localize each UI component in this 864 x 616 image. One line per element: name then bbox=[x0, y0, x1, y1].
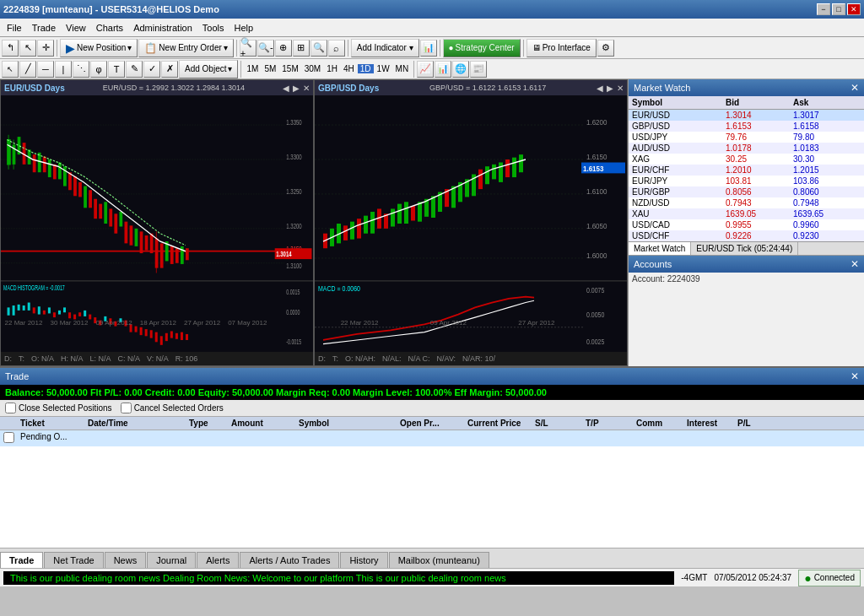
menu-administration[interactable]: Administration bbox=[128, 21, 197, 35]
gbpusd-close-btn[interactable]: ✕ bbox=[617, 84, 624, 93]
gbpusd-prev-btn[interactable]: ◀ bbox=[597, 84, 603, 93]
svg-rect-46 bbox=[160, 243, 164, 267]
eurusd-next-btn[interactable]: ▶ bbox=[293, 84, 300, 93]
tr-current bbox=[466, 432, 533, 445]
globe-icon[interactable]: 🌐 bbox=[452, 61, 469, 78]
crosshair-icon[interactable]: ✛ bbox=[37, 40, 54, 57]
tab-alerts[interactable]: Alerts bbox=[197, 552, 239, 568]
move-icon[interactable]: ⊕ bbox=[275, 40, 292, 57]
mw-row-AUDUSD[interactable]: AUD/USD 1.0178 1.0183 bbox=[629, 143, 864, 154]
tab-journal[interactable]: Journal bbox=[147, 552, 196, 568]
fit-icon[interactable]: ⊞ bbox=[293, 40, 310, 57]
menu-charts[interactable]: Charts bbox=[91, 21, 128, 35]
minimize-button[interactable]: − bbox=[817, 3, 830, 15]
hline-icon[interactable]: ─ bbox=[37, 61, 54, 78]
mw-row-NZDUSD[interactable]: NZD/USD 0.7943 0.7948 bbox=[629, 197, 864, 208]
mw-symbol: EUR/USD bbox=[632, 111, 726, 120]
trade-close[interactable]: ✕ bbox=[850, 370, 859, 382]
svg-text:1.6153: 1.6153 bbox=[583, 164, 604, 173]
menu-view[interactable]: View bbox=[61, 21, 91, 35]
tf-15m[interactable]: 15M bbox=[279, 64, 300, 73]
arrow-icon[interactable]: ↰ bbox=[2, 40, 19, 57]
search2-icon[interactable]: ⌕ bbox=[328, 40, 345, 57]
tab-alerts-auto[interactable]: Alerts / Auto Trades bbox=[240, 552, 339, 568]
tf-1d[interactable]: 1D bbox=[358, 64, 374, 73]
market-watch-close[interactable]: ✕ bbox=[850, 82, 859, 94]
mw-row-EURUSD[interactable]: EUR/USD 1.3014 1.3017 bbox=[629, 110, 864, 121]
mw-col-symbol: Symbol bbox=[632, 98, 726, 107]
new-position-button[interactable]: ▶ New Position ▾ bbox=[60, 39, 138, 57]
candle-icon[interactable]: 📈 bbox=[417, 61, 434, 78]
tf-1h[interactable]: 1H bbox=[324, 64, 340, 73]
settings-icon[interactable]: ⚙ bbox=[597, 40, 614, 57]
tf-1w[interactable]: 1W bbox=[375, 64, 392, 73]
svg-rect-138 bbox=[519, 154, 523, 172]
mw-row-EURJPY[interactable]: EUR/JPY 103.81 103.86 bbox=[629, 176, 864, 186]
tr-checkbox[interactable] bbox=[3, 432, 14, 443]
tab-news[interactable]: News bbox=[105, 552, 147, 568]
tab-trade[interactable]: Trade bbox=[0, 552, 43, 568]
add-indicator-button[interactable]: Add Indicator ▾ bbox=[351, 39, 419, 57]
text-icon[interactable]: T bbox=[108, 61, 125, 78]
news-icon[interactable]: 📰 bbox=[470, 61, 487, 78]
tf-4h[interactable]: 4H bbox=[341, 64, 357, 73]
cursor-icon[interactable]: ↖ bbox=[19, 40, 36, 57]
mw-tab-tick[interactable]: EUR/USD Tick (05:24:44) bbox=[691, 242, 798, 255]
svg-rect-41 bbox=[140, 231, 143, 253]
tf-30m[interactable]: 30M bbox=[302, 64, 323, 73]
add-object-button[interactable]: Add Object ▾ bbox=[179, 60, 238, 78]
mw-tab-watch[interactable]: Market Watch bbox=[629, 242, 691, 255]
gbpusd-chart-body[interactable]: 1.6200 1.6150 1.6153 1.6100 1.6050 1.600… bbox=[315, 95, 627, 352]
svg-rect-116 bbox=[370, 212, 375, 234]
strategy-center-button[interactable]: ● Strategy Center bbox=[443, 39, 521, 57]
new-entry-order-button[interactable]: 📋 New Entry Order ▾ bbox=[138, 39, 233, 57]
bar-icon[interactable]: 📊 bbox=[435, 61, 451, 78]
search-icon[interactable]: 🔍 bbox=[310, 40, 327, 57]
toolbar-sep2 bbox=[236, 40, 237, 57]
mw-row-EURCHF[interactable]: EUR/CHF 1.2010 1.2015 bbox=[629, 165, 864, 176]
eurusd-prev-btn[interactable]: ◀ bbox=[283, 84, 289, 93]
mw-row-USDCAD[interactable]: USD/CAD 0.9955 0.9960 bbox=[629, 219, 864, 230]
mw-row-USDJPY[interactable]: USD/JPY 79.76 79.80 bbox=[629, 132, 864, 143]
zoom-in-icon[interactable]: 🔍+ bbox=[240, 40, 256, 57]
menu-file[interactable]: File bbox=[2, 21, 27, 35]
zoom-out-icon[interactable]: 🔍- bbox=[257, 40, 274, 57]
accounts-close[interactable]: ✕ bbox=[850, 258, 859, 270]
mw-row-XAU[interactable]: XAU 1639.05 1639.65 bbox=[629, 208, 864, 219]
svg-rect-119 bbox=[391, 208, 395, 226]
vline-icon[interactable]: | bbox=[55, 61, 72, 78]
pointer-icon[interactable]: ↖ bbox=[2, 61, 19, 78]
tr-symbol bbox=[297, 432, 398, 445]
fib-icon[interactable]: φ bbox=[90, 61, 107, 78]
menu-tools[interactable]: Tools bbox=[197, 21, 230, 35]
menu-help[interactable]: Help bbox=[230, 21, 259, 35]
menu-trade[interactable]: Trade bbox=[27, 21, 61, 35]
mw-row-EURGBP[interactable]: EUR/GBP 0.8056 0.8060 bbox=[629, 186, 864, 197]
svg-rect-62 bbox=[38, 306, 40, 314]
indicator2-icon[interactable]: 📊 bbox=[420, 40, 437, 57]
checkmark-icon[interactable]: ✓ bbox=[143, 61, 160, 78]
tf-5m[interactable]: 5M bbox=[262, 64, 278, 73]
mw-row-USDCHF[interactable]: USD/CHF 0.9226 0.9230 bbox=[629, 230, 864, 241]
mw-row-GBPUSD[interactable]: GBP/USD 1.6153 1.6158 bbox=[629, 121, 864, 132]
eurusd-close-btn[interactable]: ✕ bbox=[303, 84, 310, 93]
pro-interface-button[interactable]: 🖥 Pro Interface bbox=[526, 39, 597, 57]
th-ticket: Ticket bbox=[19, 419, 86, 428]
line-icon[interactable]: ╱ bbox=[19, 61, 36, 78]
tab-mailbox[interactable]: Mailbox (munteanu) bbox=[389, 552, 489, 568]
close-selected-checkbox[interactable] bbox=[5, 403, 16, 413]
mw-row-XAG[interactable]: XAG 30.25 30.30 bbox=[629, 154, 864, 165]
cross-icon[interactable]: ✗ bbox=[161, 61, 178, 78]
channel-icon[interactable]: ⋱ bbox=[73, 61, 89, 78]
tf-mn[interactable]: MN bbox=[393, 64, 412, 73]
maximize-button[interactable]: □ bbox=[832, 3, 845, 15]
svg-rect-36 bbox=[114, 213, 117, 233]
tab-net-trade[interactable]: Net Trade bbox=[44, 552, 103, 568]
cancel-selected-checkbox[interactable] bbox=[121, 403, 132, 413]
close-window-button[interactable]: ✕ bbox=[847, 3, 861, 15]
eurusd-chart-body[interactable]: 1.3350 1.3300 1.3250 1.3200 1.3150 1.310… bbox=[1, 95, 313, 352]
pencil-icon[interactable]: ✎ bbox=[126, 61, 143, 78]
mw-ask: 0.9960 bbox=[793, 220, 861, 230]
tab-history[interactable]: History bbox=[340, 552, 387, 568]
gbpusd-next-btn[interactable]: ▶ bbox=[607, 84, 613, 93]
